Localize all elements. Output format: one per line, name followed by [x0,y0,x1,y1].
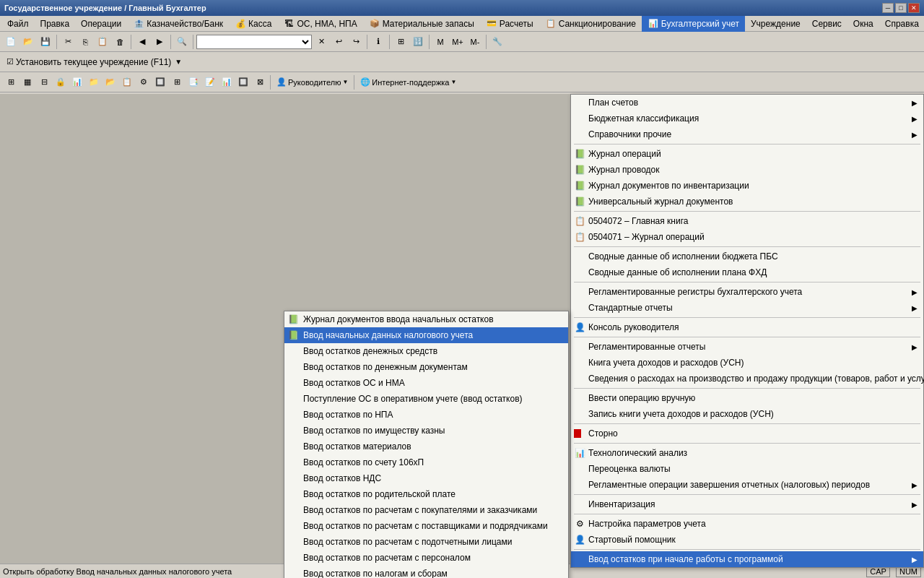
smenu-journal-vvod[interactable]: 📗 Журнал документов ввода начальных оста… [284,311,568,327]
set-institution-checkbox[interactable]: ☑ [6,57,14,66]
set-institution-button[interactable]: ☑ Установить текущее учреждение (F11) ▼ [3,55,186,69]
menu-regl-reg[interactable]: Регламентированные регистры бухгалтерско… [571,284,923,300]
smenu-pokup[interactable]: Ввод остатков по расчетам с покупателями… [284,502,568,518]
menu-journal-provodok[interactable]: 📗 Журнал проводок [571,162,923,178]
tb-calc[interactable]: 🔢 [410,34,426,50]
menu-univ-journal[interactable]: 📗 Универсальный журнал документов [571,194,923,210]
smenu-personal[interactable]: Ввод остатков по расчетам с персоналом [284,550,568,566]
menu-storno[interactable]: Сторно [571,426,923,441]
menu-institution[interactable]: Учреждение [745,16,806,32]
tb3-7[interactable]: 📂 [103,74,118,90]
close-button[interactable]: ✕ [908,3,920,13]
smenu-npa[interactable]: Ввод остатков по НПА [284,407,568,423]
menu-materials[interactable]: 📦 Материальные запасы [363,16,480,32]
menu-sved-raskhody[interactable]: Сведения о расходах на производство и пр… [571,371,923,387]
tb-redo[interactable]: ↪ [348,34,364,50]
tb-new[interactable]: 📄 [3,34,19,50]
menu-journal-oper[interactable]: 📗 Журнал операций [571,146,923,162]
tb3-13[interactable]: 📝 [202,74,218,90]
set-institution-arrow[interactable]: ▼ [175,58,182,66]
menu-svod-fhd[interactable]: Сводные данные об исполнении плана ФХД [571,264,923,280]
toolbar-combo[interactable] [196,35,312,49]
tb3-4[interactable]: 🔒 [53,74,69,90]
menu-sanction[interactable]: 📋 Санкционирование [539,16,642,32]
smenu-podotch[interactable]: Ввод остатков по расчетам с подотчетными… [284,534,568,550]
menu-service[interactable]: Сервис [806,16,847,32]
tb3-11[interactable]: ⊞ [169,74,185,90]
tb-del[interactable]: 🗑 [112,34,128,50]
smenu-postupl-os[interactable]: Поступление ОС в оперативном учете (ввод… [284,391,568,407]
menu-0504072[interactable]: 📋 0504072 – Главная книга [571,213,923,229]
menu-std-reports[interactable]: Стандартные отчеты ▶ [571,300,923,316]
tb3-1[interactable]: ⊞ [3,74,19,90]
smenu-os-nma[interactable]: Ввод остатков ОС и НМА [284,375,568,391]
smenu-den-sredstv[interactable]: Ввод остатков денежных средств [284,343,568,359]
menu-vvod-ostatok-start[interactable]: Ввод остатков при начале работы с програ… [571,551,923,567]
menu-zapis-knigi[interactable]: Запись книги учета доходов и расходов (У… [571,406,923,422]
smenu-nalogi[interactable]: Ввод остатков по налогам и сборам [284,566,568,578]
menu-consol-ruk[interactable]: 👤 Консоль руководителя [571,319,923,335]
tb-mminus[interactable]: M- [467,34,483,50]
menu-sprav-prochee[interactable]: Справочники прочие ▶ [571,126,923,142]
tb-info[interactable]: ℹ [370,34,386,50]
menu-vvesti-vruchnuyu[interactable]: Ввести операцию вручную [571,390,923,406]
support-btn[interactable]: 🌐 Интернет-поддержка ▼ [357,74,460,90]
minimize-button[interactable]: ─ [882,3,894,13]
tb-x[interactable]: ✕ [313,34,329,50]
menu-accounting[interactable]: 📊 Бухгалтерский учет [642,16,745,32]
smenu-den-dok[interactable]: Ввод остатков по денежным документам [284,359,568,375]
menu-regl-reports[interactable]: Регламентированные отчеты ▶ [571,339,923,355]
menu-edit[interactable]: Правка [35,16,76,32]
menu-start-pomoshnik[interactable]: 👤 Стартовый помощник [571,532,923,548]
tb3-14[interactable]: 📊 [219,74,235,90]
menu-cash[interactable]: 💰 Касса [229,16,277,32]
tb3-15[interactable]: 🔲 [235,74,251,90]
tb-paste[interactable]: 📋 [95,34,110,50]
menu-journal-inv[interactable]: 📗 Журнал документов по инвентаризации [571,178,923,194]
tb-m[interactable]: M [432,34,448,50]
menu-inventarizaciya[interactable]: Инвентаризация ▶ [571,496,923,512]
menu-operations[interactable]: Операции [75,16,127,32]
menu-file[interactable]: Файл [1,16,35,32]
menu-windows[interactable]: Окна [847,16,879,32]
smenu-nds[interactable]: Ввод остатков НДС [284,470,568,486]
smenu-vvod-nalog[interactable]: 📗 Ввод начальных данных налогового учета [284,327,568,343]
menu-regl-zavershenia[interactable]: Регламентные операции завершения отчетны… [571,477,923,493]
tb-search[interactable]: 🔍 [174,34,190,50]
tb3-2[interactable]: ▦ [19,74,35,90]
smenu-rodpl[interactable]: Ввод остатков по родительской плате [284,486,568,502]
tb3-8[interactable]: 📋 [119,74,135,90]
maximize-button[interactable]: □ [895,3,907,13]
tb-undo[interactable]: ↩ [331,34,346,50]
menu-payments[interactable]: 💳 Расчеты [480,16,539,32]
tb3-5[interactable]: 📊 [69,74,85,90]
manager-btn[interactable]: 👤 Руководителю ▼ [273,74,352,90]
menu-os-nma[interactable]: 🏗 ОС, НМА, НПА [277,16,362,32]
tb3-9[interactable]: ⚙ [136,74,152,90]
menu-plan-schetov[interactable]: План счетов ▶ [571,95,923,111]
smenu-106xp[interactable]: Ввод остатков по счету 106хП [284,454,568,470]
tb-mplus[interactable]: M+ [450,34,466,50]
tb-table[interactable]: ⊞ [393,34,409,50]
tb-open[interactable]: 📂 [20,34,36,50]
tb-back[interactable]: ◀ [134,34,150,50]
menu-nastroika[interactable]: ⚙ Настройка параметров учета [571,516,923,532]
tb-save[interactable]: 💾 [38,34,53,50]
tb-copy[interactable]: ⎘ [77,34,93,50]
menu-0504071[interactable]: 📋 0504071 – Журнал операций [571,229,923,245]
tb-fwd[interactable]: ▶ [152,34,167,50]
tb3-16[interactable]: ⊠ [252,74,268,90]
menu-kniga-ucn[interactable]: Книга учета доходов и расходов (УСН) [571,355,923,371]
smenu-imush-kazny[interactable]: Ввод остатков по имуществу казны [284,423,568,439]
menu-pereocenka[interactable]: Переоценка валюты [571,461,923,477]
smenu-materialov[interactable]: Ввод остатков материалов [284,439,568,454]
tb-cut[interactable]: ✂ [60,34,76,50]
tb3-3[interactable]: ⊟ [36,74,52,90]
menu-help[interactable]: Справка [879,16,924,32]
tb-extra[interactable]: 🔧 [489,34,505,50]
menu-treasury[interactable]: 🏦 Казначейство/Банк [127,16,229,32]
tb3-10[interactable]: 🔲 [152,74,168,90]
tb3-12[interactable]: 📑 [186,74,201,90]
menu-budget-class[interactable]: Бюджетная классификация ▶ [571,111,923,126]
menu-tech-analiz[interactable]: 📊 Технологический анализ [571,445,923,461]
